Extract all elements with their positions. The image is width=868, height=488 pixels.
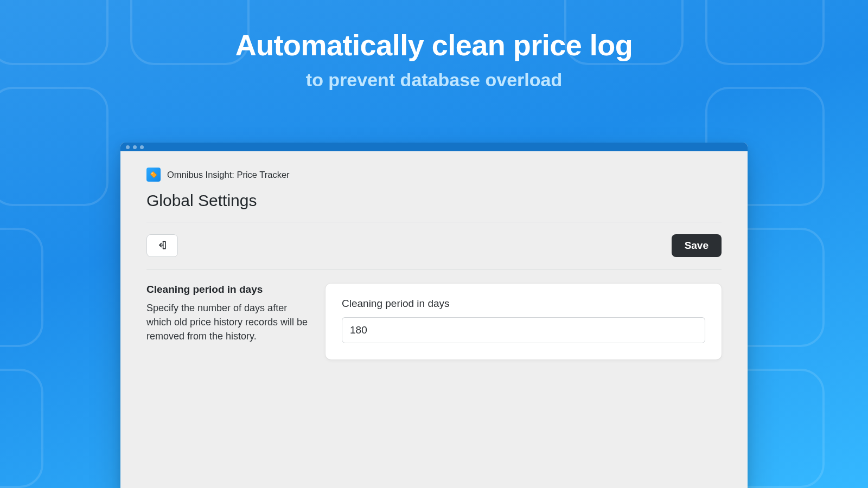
back-button[interactable]	[146, 234, 178, 257]
svg-point-0	[151, 172, 152, 174]
window-control-dot	[140, 145, 144, 149]
section-heading: Cleaning period in days	[146, 284, 309, 296]
hero-title: Automatically clean price log	[0, 28, 868, 62]
save-button[interactable]: Save	[672, 234, 722, 257]
cleaning-period-label: Cleaning period in days	[342, 298, 705, 310]
window-titlebar	[120, 143, 748, 151]
app-window: Omnibus Insight: Price Tracker Global Se…	[120, 143, 748, 488]
settings-card: Cleaning period in days	[326, 284, 722, 359]
window-control-dot	[126, 145, 130, 149]
cleaning-period-input[interactable]	[342, 317, 705, 343]
page-title: Global Settings	[146, 191, 722, 222]
app-name: Omnibus Insight: Price Tracker	[167, 170, 290, 180]
app-logo-icon	[146, 168, 161, 182]
back-icon	[157, 240, 168, 252]
section-description: Specify the number of days after which o…	[146, 301, 309, 343]
window-control-dot	[133, 145, 137, 149]
hero-subtitle: to prevent database overload	[0, 69, 868, 91]
